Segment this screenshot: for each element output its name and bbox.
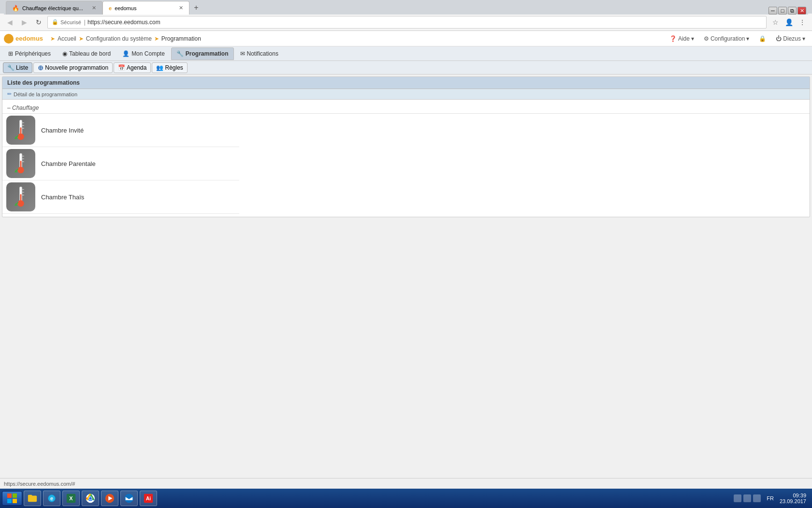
- menu-button[interactable]: ⋮: [797, 16, 808, 28]
- user-account-icon: 👤: [122, 50, 130, 57]
- svg-point-17: [17, 200, 24, 207]
- breadcrumb-arrow-1: ➤: [50, 35, 55, 42]
- taskbar-chrome[interactable]: [82, 491, 99, 506]
- breadcrumb-accueil[interactable]: Accueil: [58, 35, 76, 42]
- svg-point-3: [17, 134, 24, 140]
- mon-compte-label: Mon Compte: [131, 50, 165, 57]
- device-name-3: Chambre Thaïs: [41, 194, 84, 201]
- agenda-label: Agenda: [127, 64, 146, 71]
- category-name: Chauffage: [12, 105, 39, 111]
- svg-rect-9: [20, 161, 22, 167]
- tab-peripheriques[interactable]: ⊞ Périphériques: [3, 47, 56, 60]
- lock-icon: 🔒: [52, 19, 58, 25]
- start-button[interactable]: [2, 491, 22, 506]
- configuration-label: Configuration: [710, 35, 745, 42]
- device-item-3[interactable]: Chambre Thaïs: [2, 180, 239, 214]
- programmation-label: Programmation: [186, 50, 229, 57]
- list-icon: 🔧: [7, 64, 14, 71]
- nouvelle-prog-label: Nouvelle programmation: [45, 64, 108, 71]
- svg-point-32: [89, 497, 92, 500]
- address-input[interactable]: 🔒 Sécurisé | https://secure.eedomus.com: [47, 16, 767, 29]
- tab-tableau-bord[interactable]: ◉ Tableau de bord: [57, 47, 116, 60]
- lock-button[interactable]: 🔒: [756, 34, 769, 43]
- status-url: https://secure.eedomus.com/#: [4, 481, 75, 487]
- config-arrow-icon: ▾: [746, 35, 749, 42]
- clock-time: 09:39: [780, 493, 806, 498]
- configuration-button[interactable]: ⚙ Configuration ▾: [701, 34, 752, 43]
- forward-button[interactable]: ▶: [18, 16, 30, 28]
- liste-button[interactable]: 🔧 Liste: [3, 62, 32, 73]
- media-player-icon: [104, 493, 115, 504]
- calendar-icon: 📅: [118, 64, 125, 71]
- device-item-1[interactable]: Chambre Invité: [2, 114, 239, 147]
- tray-icon-3: [753, 494, 761, 502]
- reload-button[interactable]: ↻: [33, 16, 44, 28]
- wrench-tab-icon: 🔧: [176, 50, 184, 57]
- back-button[interactable]: ◀: [4, 16, 15, 28]
- svg-text:X: X: [69, 495, 73, 501]
- tab1-icon: 🔥: [12, 5, 19, 12]
- dashboard-icon: ◉: [62, 50, 67, 57]
- aide-label: Aide: [678, 35, 690, 42]
- restore-button[interactable]: ⧉: [788, 7, 797, 15]
- nouvelle-prog-button[interactable]: ⊕ Nouvelle programmation: [33, 62, 113, 73]
- browser-tab-2[interactable]: e eedomus ✕: [102, 1, 189, 15]
- tray-icon-2: [743, 494, 751, 502]
- device-icon-3: [6, 182, 35, 211]
- category-chauffage: – Chauffage: [2, 100, 810, 217]
- detail-label: Détail de la programmation: [14, 91, 77, 97]
- acrobat-icon: Ai: [143, 493, 154, 504]
- new-tab-button[interactable]: +: [189, 1, 203, 15]
- taskbar-media[interactable]: [101, 491, 118, 506]
- close-button[interactable]: ✕: [798, 7, 806, 15]
- user-button[interactable]: ⏻ Diezus ▾: [773, 34, 808, 43]
- liste-label: Liste: [16, 64, 28, 71]
- breadcrumb-config[interactable]: Configuration du système: [86, 35, 152, 42]
- svg-rect-21: [7, 493, 12, 498]
- regles-button[interactable]: 👥 Règles: [152, 62, 187, 73]
- breadcrumb-arrow-2: ➤: [79, 35, 84, 42]
- taskbar-excel[interactable]: X: [62, 491, 80, 506]
- language-indicator: FR: [765, 495, 776, 501]
- tab-programmation[interactable]: 🔧 Programmation: [171, 47, 234, 60]
- profile-button[interactable]: 👤: [783, 16, 795, 28]
- device-item-2[interactable]: Chambre Parentale: [2, 147, 239, 180]
- bookmark-button[interactable]: ☆: [769, 16, 781, 28]
- notifications-label: Notifications: [247, 50, 278, 57]
- category-arrow-icon: –: [7, 105, 12, 111]
- taskbar-thunderbird[interactable]: [120, 491, 138, 506]
- windows-logo-icon: [6, 493, 18, 504]
- taskbar-ie[interactable]: e: [43, 491, 60, 506]
- gear-icon: ⚙: [704, 35, 709, 42]
- maximize-button[interactable]: □: [778, 7, 787, 15]
- tab2-close[interactable]: ✕: [179, 5, 183, 11]
- tab1-close[interactable]: ✕: [92, 5, 96, 11]
- tab2-title: eedomus: [115, 5, 136, 11]
- taskbar-acrobat[interactable]: Ai: [140, 491, 157, 506]
- breadcrumb-programmation[interactable]: Programmation: [161, 35, 201, 42]
- thermometer-svg-1: [11, 118, 30, 142]
- tab1-title: Chauffage électrique qu...: [22, 5, 83, 11]
- agenda-button[interactable]: 📅 Agenda: [114, 62, 151, 73]
- browser-window: 🔥 Chauffage électrique qu... ✕ e eedomus…: [0, 0, 812, 217]
- app-nav-bar: eedomus ➤ Accueil ➤ Configuration du sys…: [0, 31, 812, 46]
- tab-mon-compte[interactable]: 👤 Mon Compte: [117, 47, 170, 60]
- svg-rect-22: [13, 493, 17, 498]
- folder-icon: [27, 493, 38, 504]
- tab-notifications[interactable]: ✉ Notifications: [235, 47, 284, 60]
- chrome-icon: [85, 493, 96, 504]
- windows-taskbar: e X Ai: [0, 489, 812, 508]
- svg-rect-24: [13, 499, 17, 503]
- system-tray: FR 09:39 23.09.2017: [734, 493, 810, 504]
- category-label-chauffage: – Chauffage: [2, 103, 810, 114]
- taskbar-folder[interactable]: [24, 491, 41, 506]
- user-arrow-icon: ▾: [802, 35, 805, 42]
- clock-date: 23.09.2017: [780, 498, 806, 504]
- aide-button[interactable]: ❓ Aide ▾: [667, 34, 697, 43]
- logo-text: eedomus: [15, 35, 43, 42]
- question-icon: ❓: [669, 35, 677, 42]
- browser-tab-1[interactable]: 🔥 Chauffage électrique qu... ✕: [6, 1, 102, 15]
- peripheriques-label: Périphériques: [15, 50, 51, 57]
- minimize-button[interactable]: ─: [768, 7, 777, 15]
- secondary-nav: ⊞ Périphériques ◉ Tableau de bord 👤 Mon …: [0, 46, 812, 61]
